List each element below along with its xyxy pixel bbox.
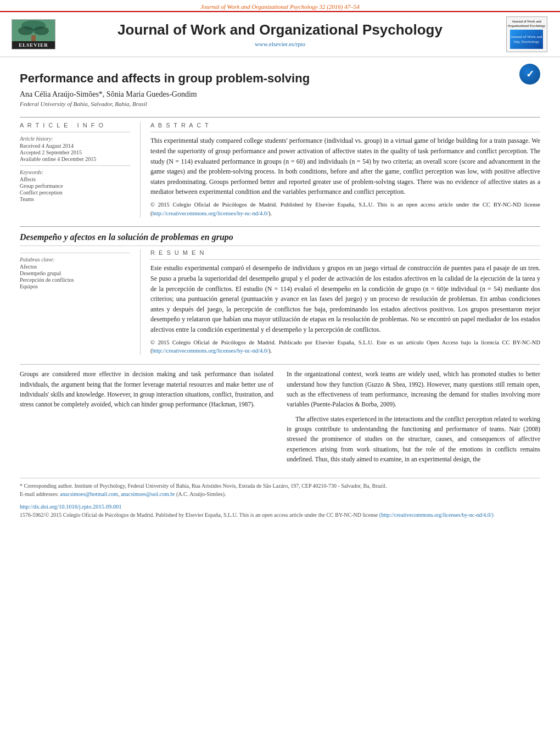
palabras-divider: [20, 253, 130, 253]
abstract-license-link[interactable]: http://creativecommons.org/licenses/by-n…: [153, 210, 269, 216]
spanish-kw-3: Percepción de conflictos: [20, 277, 130, 283]
palabras-clave-col: Palabras clave: Afectos Desempeño grupal…: [20, 249, 141, 355]
body-section: Groups are considered more effective in …: [20, 364, 540, 469]
journal-header: ELSEVIER Journal of Work and Organizatio…: [0, 11, 560, 57]
elsevier-logo-image: ELSEVIER: [12, 19, 55, 49]
keyword-4: Teams: [20, 196, 130, 202]
keywords-divider: [20, 165, 130, 166]
authors: Ana Célia Araújo-Simões*, Sônia Maria Gu…: [20, 90, 310, 99]
abstract-copyright: © 2015 Colegio Oficial de Psicólogos de …: [150, 200, 540, 218]
journal-url[interactable]: www.elsevier.es/rpto: [58, 41, 502, 47]
body-right-p2: The affective states experienced in the …: [287, 414, 540, 465]
body-right-p1: In the organizational context, work team…: [287, 369, 540, 410]
svg-point-2: [18, 26, 33, 35]
footnote-email-label: E-mail addresses:: [20, 491, 59, 497]
elsevier-logo-container: ELSEVIER: [9, 19, 58, 49]
spanish-kw-2: Desempeño grupal: [20, 270, 130, 276]
footer-license: 1576-5962/© 2015 Colegio Oficial de Psic…: [20, 511, 540, 519]
journal-header-bar: Journal of Work and Organizational Psych…: [0, 0, 560, 11]
body-left-p1-text: Groups are considered more effective in …: [20, 371, 273, 408]
resumen-col: R E S U M E N Este estudio experimental …: [141, 249, 540, 355]
spanish-kw-4: Equipos: [20, 283, 130, 289]
resumen-section-header: R E S U M E N: [150, 249, 540, 256]
abstract-col: A B S T R A C T This experimental study …: [141, 122, 540, 217]
journal-citation: Journal of Work and Organizational Psych…: [200, 3, 359, 10]
resumen-license-link[interactable]: http://creativecommons.org/licenses/by-n…: [153, 348, 269, 354]
body-left-p1: Groups are considered more effective in …: [20, 369, 273, 410]
crossmark-icon: ✓: [526, 68, 534, 80]
resumen-divider: [150, 259, 540, 260]
body-left-col: Groups are considered more effective in …: [20, 369, 273, 469]
abstract-divider: [150, 132, 540, 132]
footer-license-text: 1576-5962/© 2015 Colegio Oficial de Psic…: [20, 512, 379, 518]
right-logo-inner-text: Journal of Work and Org. Psychology: [510, 35, 543, 44]
page: Journal of Work and Organizational Psych…: [0, 0, 560, 742]
right-logo-text: Journal of Work and Organizational Psych…: [507, 20, 547, 29]
accepted-date: Accepted 2 September 2015: [20, 149, 130, 155]
footnote-star-text: * Corresponding author. Institute of Psy…: [20, 483, 387, 489]
received-date: Received 4 August 2014: [20, 143, 130, 149]
article-info-divider: [20, 132, 130, 132]
article-content: Performance and affects in group problem…: [0, 57, 560, 525]
spanish-title: Desempeño y afectos en la solución de pr…: [20, 226, 540, 242]
footnote-email1[interactable]: anacsimoes@hotmail.com: [60, 491, 118, 497]
footnote-email3: (A.C. Araújo-Simões).: [176, 491, 226, 497]
abstract-text: This experimental study compared college…: [150, 136, 540, 197]
abstract-copyright-close: ).: [268, 210, 272, 216]
resumen-copyright-close: ).: [268, 348, 272, 354]
keyword-1: Affects: [20, 176, 130, 182]
abstract-header: A B S T R A C T: [150, 122, 540, 129]
title-row: Performance and affects in group problem…: [20, 64, 540, 113]
available-date: Available online 4 December 2015: [20, 156, 130, 162]
resumen-text: Este estudio experimental comparó el des…: [150, 263, 540, 334]
right-logo-image: Journal of Work and Org. Psychology: [510, 30, 543, 49]
footnote-author: * Corresponding author. Institute of Psy…: [20, 482, 540, 490]
article-info-abstract-row: A R T I C L E I N F O Article history: R…: [20, 117, 540, 217]
footnote-section: * Corresponding author. Institute of Psy…: [20, 478, 540, 498]
elsevier-label: ELSEVIER: [12, 41, 55, 49]
journal-url-text: www.elsevier.es/rpto: [255, 41, 305, 47]
resumen-copyright: © 2015 Colegio Oficial de Psicólogos de …: [150, 338, 540, 356]
article-info-header: A R T I C L E I N F O: [20, 122, 130, 129]
keyword-2: Group performance: [20, 183, 130, 189]
footer-license-link[interactable]: (http://creativecommons.org/licenses/by-…: [379, 512, 494, 518]
footnote-email2[interactable]: anacsimoes@uol.com.br: [121, 491, 175, 497]
article-history-label: Article history:: [20, 136, 130, 142]
resumen-row: Palabras clave: Afectos Desempeño grupal…: [20, 246, 540, 355]
crossmark-badge[interactable]: ✓: [519, 64, 540, 85]
doi-link[interactable]: http://dx.doi.org/10.1016/j.rpto.2015.09…: [20, 504, 122, 510]
journal-logo-right: Journal of Work and Organizational Psych…: [506, 16, 547, 52]
body-right-col: In the organizational context, work team…: [287, 369, 540, 469]
footnote-email: E-mail addresses: anacsimoes@hotmail.com…: [20, 490, 540, 498]
keyword-3: Conflict perception: [20, 189, 130, 196]
body-right-p1-text: In the organizational context, work team…: [287, 371, 540, 408]
palabras-clave-label: Palabras clave:: [20, 256, 130, 263]
journal-title-container: Journal of Work and Organizational Psych…: [58, 21, 502, 47]
article-title: Performance and affects in group problem…: [20, 71, 310, 86]
footer-doi[interactable]: http://dx.doi.org/10.1016/j.rpto.2015.09…: [20, 504, 540, 510]
elsevier-tree-graphic: [12, 20, 55, 44]
affiliation: Federal University of Bahia, Salvador, B…: [20, 101, 310, 107]
article-info-col: A R T I C L E I N F O Article history: R…: [20, 122, 141, 217]
keywords-label: Keywords:: [20, 169, 130, 175]
journal-logo-right-container: Journal of Work and Organizational Psych…: [502, 16, 551, 52]
body-right-p2-text: The affective states experienced in the …: [287, 416, 540, 463]
spanish-kw-1: Afectos: [20, 264, 130, 270]
svg-point-3: [33, 26, 49, 35]
title-block: Performance and affects in group problem…: [20, 64, 310, 113]
journal-title: Journal of Work and Organizational Psych…: [58, 21, 502, 38]
